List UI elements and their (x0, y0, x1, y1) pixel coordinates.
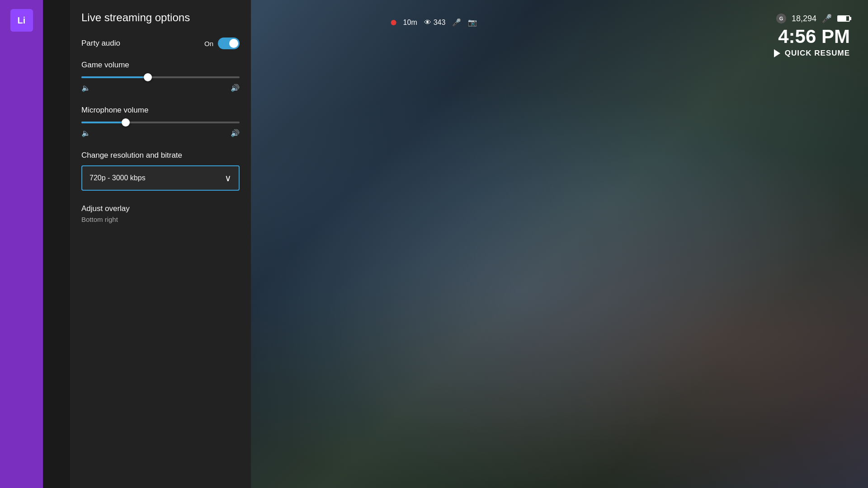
eye-icon: 👁 (424, 19, 431, 27)
g-circle-icon: G (776, 14, 786, 23)
mic-volume-fill (81, 122, 126, 123)
hud-mic-icon: 🎤 (822, 14, 832, 23)
resolution-dropdown[interactable]: 720p - 3000 kbps ∨ (81, 165, 240, 191)
hud-top-right: G 18,294 🎤 4:56 PM QUICK RESUME (774, 14, 850, 58)
game-volume-section: Game volume 🔈 🔊 (81, 61, 240, 92)
twitch-sidebar-bar: Li (0, 0, 43, 488)
volume-low-icon: 🔈 (81, 84, 90, 92)
mic-volume-icons: 🔈 🔊 (81, 129, 240, 137)
party-audio-toggle[interactable] (218, 38, 240, 49)
live-indicator-dot (391, 20, 396, 25)
volume-high-icon: 🔊 (231, 84, 240, 92)
party-audio-toggle-row: On (204, 38, 240, 49)
resolution-selected-value: 720p - 3000 kbps (90, 174, 146, 182)
gamerscore: 18,294 (792, 14, 816, 23)
gamertag-row: G 18,294 🎤 (774, 14, 850, 23)
camera-hud-icon: 📷 (468, 18, 477, 27)
mic-volume-high-icon: 🔊 (231, 129, 240, 137)
game-volume-slider-track[interactable] (81, 76, 240, 78)
sidebar: Li (0, 0, 70, 488)
party-audio-label: Party audio (81, 39, 120, 48)
party-audio-row: Party audio On (81, 38, 240, 49)
hud-top-center: 10m 👁 343 🎤 📷 (391, 18, 477, 27)
resolution-label: Change resolution and bitrate (81, 151, 240, 160)
game-volume-thumb[interactable] (144, 73, 152, 81)
stream-elapsed-time: 10m (403, 19, 417, 27)
chevron-down-icon: ∨ (225, 173, 231, 183)
resolution-section: Change resolution and bitrate 720p - 300… (81, 151, 240, 191)
adjust-overlay-title[interactable]: Adjust overlay (81, 204, 240, 213)
microphone-volume-section: Microphone volume 🔈 🔊 (81, 106, 240, 137)
microphone-volume-label: Microphone volume (81, 106, 240, 115)
game-volume-icons: 🔈 🔊 (81, 84, 240, 92)
viewer-count: 343 (434, 19, 446, 27)
live-streaming-options-panel: Live streaming options Party audio On Ga… (70, 0, 251, 488)
adjust-overlay-subtitle: Bottom right (81, 216, 240, 223)
battery-icon (837, 15, 850, 22)
quick-resume-play-icon (774, 49, 780, 57)
panel-title: Live streaming options (81, 11, 240, 24)
mic-volume-low-icon: 🔈 (81, 129, 90, 137)
game-volume-label: Game volume (81, 61, 240, 70)
game-volume-fill (81, 76, 148, 78)
viewer-count-display: 👁 343 (424, 19, 446, 27)
battery-fill (838, 16, 846, 21)
twitch-logo-area[interactable]: Li (10, 9, 33, 32)
quick-resume-label: QUICK RESUME (785, 49, 850, 58)
twitch-logo-text: Li (18, 15, 26, 26)
mic-volume-thumb[interactable] (122, 118, 130, 127)
mic-volume-slider-track[interactable] (81, 122, 240, 123)
microphone-hud-icon: 🎤 (452, 18, 461, 27)
quick-resume-button[interactable]: QUICK RESUME (774, 49, 850, 58)
system-clock: 4:56 PM (774, 26, 850, 47)
adjust-overlay-section: Adjust overlay Bottom right (81, 204, 240, 223)
party-audio-status: On (204, 40, 213, 47)
